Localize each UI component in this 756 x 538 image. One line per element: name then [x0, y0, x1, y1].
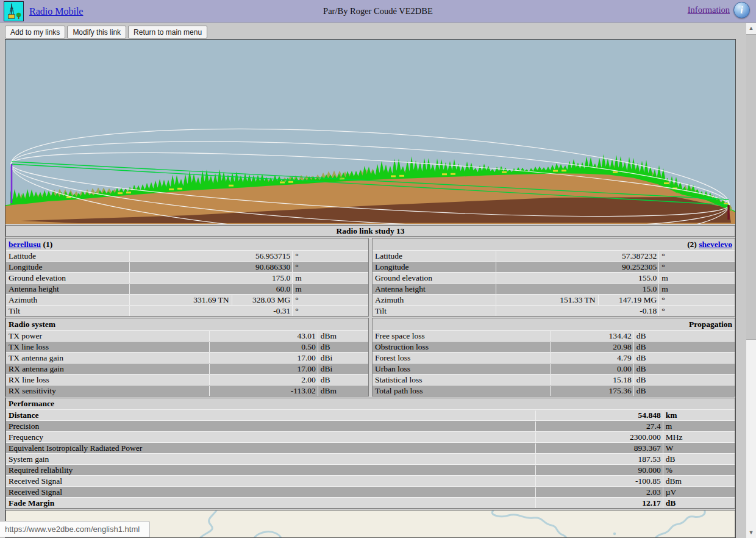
toolbar: Add to my links Modify this link Return …	[5, 26, 207, 38]
radio-system-table: Radio system TX power43.01dBm TX line lo…	[5, 318, 369, 396]
table-row: Free space loss134.42dB	[373, 330, 735, 341]
site2-name-link[interactable]: shevelevo	[699, 240, 732, 249]
propagation-table: Propagation Free space loss134.42dB Obst…	[372, 318, 735, 396]
site-tables: berellusu (1) Latitude56.953715° Longitu…	[5, 238, 735, 317]
table-row: Equivalent Isotropically Radiated Power8…	[6, 442, 735, 453]
status-url-tooltip: https://www.ve2dbe.com/english1.html	[0, 521, 150, 537]
table-row: Tilt-0.18°	[373, 305, 735, 316]
table-row: RX antenna gain17.00dBi	[6, 363, 368, 374]
table-row: Received Signal-100.85dBm	[6, 475, 735, 486]
radio-path-profile-image	[5, 40, 735, 224]
table-row: Antenna height60.0m	[6, 283, 368, 294]
table-row: Longitude90.252305°	[373, 261, 735, 272]
table-row: Tilt-0.31°	[6, 305, 368, 316]
site1-name-link[interactable]: berellusu	[9, 240, 41, 249]
header-bar: Radio Mobile Par/By Roger Coudé VE2DBE I…	[0, 0, 756, 23]
return-to-main-menu-button[interactable]: Return to main menu	[128, 26, 207, 38]
performance-table: Performance Distance54.848km Precision27…	[5, 398, 735, 509]
scroll-down-arrow-icon[interactable]: ▼	[746, 528, 756, 538]
propagation-title: Propagation	[373, 318, 735, 330]
table-row: Frequency2300.000MHz	[6, 431, 735, 442]
study-title: Radio link study 13	[5, 225, 735, 237]
table-row: Ground elevation155.0m	[373, 272, 735, 283]
table-row: Received Signal2.03µV	[6, 486, 735, 497]
table-row: Distance54.848km	[6, 409, 735, 420]
table-row: RX sensitivity-113.02dBm	[6, 385, 368, 396]
scrollbar-thumb[interactable]	[746, 34, 756, 340]
table-row: TX line loss0.50dB	[6, 341, 368, 352]
table-row: TX antenna gain17.00dBi	[6, 352, 368, 363]
table-row: Statistical loss15.18dB	[373, 374, 735, 385]
table-row: Obstruction loss20.98dB	[373, 341, 735, 352]
info-icon[interactable]: i	[733, 2, 750, 18]
site2-index: (2)	[687, 240, 697, 249]
table-row: Urban loss0.00dB	[373, 363, 735, 374]
scroll-up-arrow-icon[interactable]: ▲	[746, 23, 756, 34]
table-row: Longitude90.686330°	[6, 261, 368, 272]
table-row: Forest loss4.79dB	[373, 352, 735, 363]
table-row: Antenna height15.0m	[373, 283, 735, 294]
table-row: Azimuth331.69 TN328.03 MG°	[6, 294, 368, 305]
table-row: Latitude56.953715°	[6, 250, 368, 261]
table-row: Required reliability90.000%	[6, 464, 735, 475]
table-row: Azimuth151.33 TN147.19 MG°	[373, 294, 735, 305]
site2-table: (2) shevelevo Latitude57.387232° Longitu…	[372, 238, 735, 317]
performance-title: Performance	[6, 398, 735, 409]
table-row: System gain187.53dB	[6, 453, 735, 464]
vertical-scrollbar[interactable]: ▲ ▼	[746, 23, 756, 538]
radio-system-title: Radio system	[6, 318, 368, 330]
table-row: RX line loss2.00dB	[6, 374, 368, 385]
add-to-my-links-button[interactable]: Add to my links	[5, 26, 65, 38]
radio-propagation-tables: Radio system TX power43.01dBm TX line lo…	[5, 318, 735, 396]
site1-table: berellusu (1) Latitude56.953715° Longitu…	[5, 238, 369, 317]
byline-text: Par/By Roger Coudé VE2DBE	[0, 0, 756, 23]
report-container: Radio link study 13 berellusu (1) Latitu…	[5, 39, 736, 538]
site1-index: (1)	[43, 240, 52, 249]
table-row: Total path loss175.36dB	[373, 385, 735, 396]
table-row: Latitude57.387232°	[373, 250, 735, 261]
information-link[interactable]: Information	[688, 5, 730, 15]
table-row: TX power43.01dBm	[6, 330, 368, 341]
table-row: Ground elevation175.0m	[6, 272, 368, 283]
modify-this-link-button[interactable]: Modify this link	[67, 26, 126, 38]
table-row: Fade Margin12.17dB	[6, 497, 735, 508]
table-row: Precision27.4m	[6, 420, 735, 431]
